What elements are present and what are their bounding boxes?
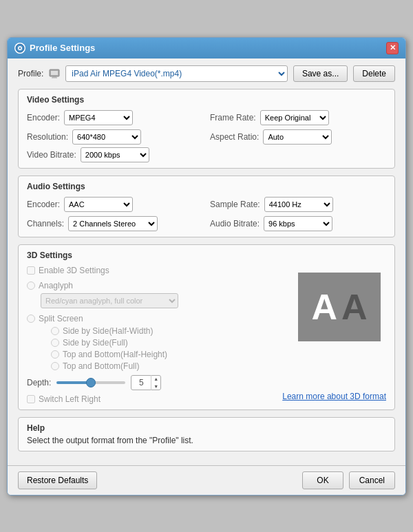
close-button[interactable]: ✕ [386, 42, 399, 54]
resolution-row: Resolution: 640*480 [27, 129, 203, 145]
frame-rate-label: Frame Rate: [210, 113, 256, 123]
profile-settings-dialog: Profile Settings ✕ Profile: iPad Air MPE… [7, 37, 406, 496]
aspect-ratio-row: Aspect Ratio: Auto [210, 129, 386, 145]
audio-settings-grid: Encoder: AAC Sample Rate: 44100 Hz Chann… [27, 197, 386, 231]
switch-left-right-checkbox[interactable] [27, 395, 35, 403]
profile-dropdown[interactable]: iPad Air MPEG4 Video(*.mp4) [65, 65, 288, 82]
ok-button[interactable]: OK [302, 471, 343, 489]
top-full-radio[interactable] [51, 362, 59, 370]
profile-device-icon [49, 68, 60, 79]
side-full-label: Side by Side(Full) [63, 338, 128, 348]
resolution-dropdown[interactable]: 640*480 [72, 129, 141, 145]
bottom-bar: Restore Defaults OK Cancel [8, 465, 405, 495]
profile-row: Profile: iPad Air MPEG4 Video(*.mp4) Sav… [18, 65, 395, 82]
preview-letter-right: A [341, 286, 368, 328]
frame-rate-row: Frame Rate: Keep Original [210, 110, 386, 125]
video-bitrate-dropdown[interactable]: 2000 kbps [81, 147, 149, 162]
title-bar: Profile Settings ✕ [8, 38, 405, 58]
audio-settings-title: Audio Settings [27, 182, 386, 191]
resolution-label: Resolution: [27, 132, 68, 142]
top-half-label: Top and Bottom(Half-Height) [63, 350, 167, 359]
help-section: Help Select the output format from the "… [18, 417, 395, 451]
3d-preview: A A [298, 273, 381, 341]
video-bitrate-label: Video Bitrate: [27, 150, 76, 160]
encoder-dropdown[interactable]: MPEG4 [64, 110, 133, 125]
aspect-ratio-label: Aspect Ratio: [210, 132, 259, 142]
aspect-ratio-dropdown[interactable]: Auto [263, 129, 332, 145]
svg-rect-4 [51, 71, 58, 75]
split-screen-label: Split Screen [39, 314, 83, 323]
anaglyph-label: Anaglyph [39, 281, 73, 290]
top-half-radio[interactable] [51, 350, 59, 359]
sample-rate-row: Sample Rate: 44100 Hz [210, 197, 386, 212]
help-title: Help [27, 423, 386, 433]
enable-3d-label: Enable 3D Settings [39, 266, 109, 275]
enable-3d-checkbox[interactable] [27, 266, 35, 275]
encoder-label: Encoder: [27, 113, 60, 123]
sample-rate-dropdown[interactable]: 44100 Hz [264, 197, 333, 212]
delete-button[interactable]: Delete [353, 65, 395, 82]
split-screen-radio[interactable] [27, 315, 35, 323]
side-half-label: Side by Side(Half-Width) [63, 326, 153, 336]
depth-number: 5 [131, 378, 151, 387]
top-full-label: Top and Bottom(Full) [63, 361, 139, 371]
audio-encoder-row: Encoder: AAC [27, 197, 203, 212]
switch-left-right-label: Switch Left Right [39, 394, 100, 404]
top-bottom-half-row: Top and Bottom(Half-Height) [51, 350, 386, 359]
side-half-radio[interactable] [51, 327, 59, 335]
audio-bitrate-label: Audio Bitrate: [210, 219, 260, 228]
dialog-title: Profile Settings [30, 43, 95, 53]
audio-encoder-dropdown[interactable]: AAC [64, 197, 133, 212]
channels-label: Channels: [27, 219, 64, 228]
learn-more-link[interactable]: Learn more about 3D format [282, 392, 386, 401]
depth-down-arrow[interactable]: ▼ [151, 383, 160, 390]
depth-slider[interactable] [56, 381, 125, 384]
svg-rect-5 [52, 76, 56, 78]
video-settings-grid: Encoder: MPEG4 Frame Rate: Keep Original… [27, 110, 386, 145]
svg-rect-6 [52, 77, 57, 78]
audio-settings-section: Audio Settings Encoder: AAC Sample Rate:… [18, 175, 395, 237]
video-settings-section: Video Settings Encoder: MPEG4 Frame Rate… [18, 89, 395, 169]
preview-letter-left: A [311, 286, 337, 328]
side-full-radio[interactable] [51, 339, 59, 347]
3d-settings-section: 3D Settings Enable 3D Settings Anaglyph … [18, 244, 395, 410]
preview-aa-letters: A A [311, 286, 367, 328]
depth-label: Depth: [27, 378, 51, 387]
3d-settings-title: 3D Settings [27, 251, 386, 260]
audio-encoder-label: Encoder: [27, 200, 60, 209]
depth-row: Depth: 5 ▲ ▼ [27, 375, 386, 390]
bottom-right-buttons: OK Cancel [302, 471, 395, 489]
restore-defaults-button[interactable]: Restore Defaults [18, 471, 97, 489]
audio-bitrate-dropdown[interactable]: 96 kbps [264, 216, 332, 231]
sample-rate-label: Sample Rate: [210, 200, 260, 209]
encoder-row: Encoder: MPEG4 [27, 110, 203, 125]
anaglyph-radio[interactable] [27, 281, 35, 290]
frame-rate-dropdown[interactable]: Keep Original [260, 110, 329, 125]
dialog-content: Profile: iPad Air MPEG4 Video(*.mp4) Sav… [8, 58, 405, 465]
anaglyph-type-dropdown: Red/cyan anaglyph, full color [41, 293, 178, 308]
svg-point-2 [19, 47, 21, 49]
depth-value-control: 5 ▲ ▼ [131, 375, 161, 390]
channels-row: Channels: 2 Channels Stereo [27, 216, 203, 231]
video-settings-title: Video Settings [27, 95, 386, 105]
help-text: Select the output format from the "Profi… [27, 436, 386, 445]
audio-bitrate-row: Audio Bitrate: 96 kbps [210, 216, 386, 231]
title-bar-left: Profile Settings [14, 43, 95, 54]
save-as-button[interactable]: Save as... [293, 65, 348, 82]
depth-arrows: ▲ ▼ [151, 375, 160, 390]
app-icon [14, 43, 25, 54]
cancel-button[interactable]: Cancel [349, 471, 395, 489]
top-bottom-full-row: Top and Bottom(Full) [51, 361, 386, 371]
channels-dropdown[interactable]: 2 Channels Stereo [68, 216, 158, 231]
profile-label: Profile: [18, 69, 43, 78]
depth-up-arrow[interactable]: ▲ [151, 375, 160, 383]
video-bitrate-row: Video Bitrate: 2000 kbps [27, 147, 386, 162]
